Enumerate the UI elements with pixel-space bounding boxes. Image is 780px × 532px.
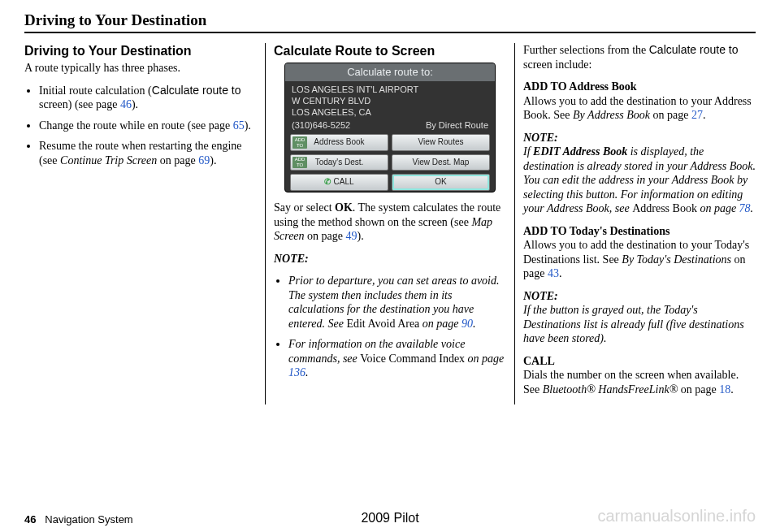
text: on page	[650, 109, 691, 121]
screen-line: LOS ANGELES INT'L AIRPORT	[292, 84, 488, 96]
bold-term: OK	[335, 201, 353, 214]
note-block-1: NOTE: If EDIT Address Book is displayed,…	[523, 131, 756, 216]
text: ).	[358, 230, 364, 242]
text: .	[559, 267, 562, 279]
mid-paragraph-1: Say or select OK. The system calculates …	[274, 201, 506, 244]
italic-term: Bluetooth® HandsFreeLink®	[543, 383, 678, 396]
screen-button-row-1: ADD TOAddress Book View Routes	[285, 132, 495, 153]
view-routes-button: View Routes	[392, 134, 490, 151]
section-add-today-dest: ADD TO Today's Destinations Allows you t…	[523, 224, 756, 281]
italic-term: By Today's Destinations	[622, 253, 731, 266]
screen-button-row-2: ADD TOToday's Dest. View Dest. Map	[285, 153, 495, 173]
left-bullet-3: Resume the route when restarting the eng…	[39, 139, 257, 167]
tag-icon: ADD TO	[292, 157, 307, 169]
text: ).	[210, 154, 216, 167]
right-intro: Further selections from the Calculate ro…	[523, 43, 756, 71]
section-call: CALL Dials the number on the screen when…	[523, 354, 756, 397]
page-link[interactable]: 46	[120, 98, 132, 110]
text: Further selections from the	[523, 44, 649, 56]
ui-term: Calculate route to	[152, 84, 241, 97]
text: on page	[697, 202, 739, 214]
add-today-dest-button: ADD TOToday's Dest.	[290, 154, 388, 171]
subsection-title: ADD TO Address Book	[523, 80, 637, 93]
nav-screenshot: Calculate route to: LOS ANGELES INT'L AI…	[284, 63, 496, 192]
content-columns: Driving to Your Destination A route typi…	[24, 43, 756, 404]
text: screen) (see page	[39, 98, 120, 110]
text: .	[730, 383, 734, 396]
note-label: NOTE:	[523, 290, 558, 302]
left-column: Driving to Your Destination A route typi…	[24, 43, 266, 404]
model-year: 2009 Pilot	[361, 511, 418, 526]
button-label: Today's Dest.	[315, 158, 364, 168]
text: .	[703, 109, 706, 121]
left-section-title: Driving to Your Destination	[24, 43, 257, 59]
text: Initial route calculation (	[39, 84, 152, 97]
page-footer: 46 Navigation System 2009 Pilot carmanua…	[24, 507, 756, 526]
screen-title-bar: Calculate route to:	[285, 63, 495, 81]
text: .	[751, 202, 754, 214]
subsection-title: ADD TO Today's Destinations	[523, 225, 670, 237]
text: .	[306, 366, 309, 378]
text: Say or select	[274, 201, 335, 214]
text: on page	[419, 318, 462, 330]
page-link[interactable]: 43	[548, 267, 559, 279]
page-number-section: 46 Navigation System	[24, 513, 133, 526]
plain-term: Address Book	[632, 202, 697, 214]
page-link[interactable]: 90	[462, 318, 473, 330]
tag-icon: ADD TO	[292, 136, 307, 149]
screen-phone: (310)646-5252	[292, 120, 350, 132]
left-bullet-2: Change the route while en route (see pag…	[39, 119, 257, 133]
right-column: Further selections from the Calculate ro…	[515, 43, 756, 404]
bold-term: EDIT Address Book	[533, 145, 627, 158]
watermark: carmanualsonline.info	[597, 507, 756, 526]
page-link[interactable]: 78	[739, 202, 751, 214]
plain-term: Voice Command Index	[360, 353, 465, 365]
note-block-2: NOTE: If the button is grayed out, the T…	[523, 289, 756, 346]
text: on page	[465, 353, 504, 365]
subsection-title: CALL	[523, 355, 555, 367]
page-number: 46	[24, 513, 36, 526]
view-dest-map-button: View Dest. Map	[392, 154, 490, 171]
section-add-address-book: ADD TO Address Book Allows you to add th…	[523, 80, 756, 123]
mid-note-1: Prior to departure, you can set areas to…	[288, 274, 506, 331]
italic-term: By Address Book	[573, 109, 650, 121]
text: on page	[678, 383, 719, 396]
left-bullets: Initial route calculation (Calculate rou…	[24, 84, 257, 168]
page-link[interactable]: 49	[346, 230, 358, 242]
page-link[interactable]: 136	[288, 366, 306, 378]
screen-phone-method: (310)646-5252 By Direct Route	[285, 120, 495, 133]
screen-line: W CENTURY BLVD	[292, 96, 488, 107]
plain-term: Edit Avoid Area	[346, 318, 419, 330]
mid-note-bullets: Prior to departure, you can set areas to…	[274, 274, 506, 380]
text: ).	[132, 98, 138, 110]
italic-term: Continue Trip Screen	[60, 154, 157, 167]
page-link[interactable]: 27	[691, 109, 703, 121]
left-intro: A route typically has three phases.	[24, 61, 257, 76]
screen-button-row-3: ✆CALL OK	[285, 172, 495, 192]
screen-address: LOS ANGELES INT'L AIRPORT W CENTURY BLVD…	[285, 81, 495, 119]
text: on page	[157, 154, 198, 167]
button-label: CALL	[333, 177, 353, 186]
add-address-book-button: ADD TOAddress Book	[290, 134, 388, 151]
note-label: NOTE:	[274, 252, 506, 266]
middle-column: Calculate Route to Screen Calculate rout…	[266, 43, 515, 404]
page-header: Driving to Your Destination	[24, 11, 756, 33]
text: on page	[305, 230, 346, 242]
text: ).	[245, 119, 251, 132]
section-name: Navigation System	[45, 513, 132, 526]
screen-line: LOS ANGELES, CA	[292, 107, 488, 119]
ui-term: Calculate route to	[649, 43, 739, 56]
ok-button: OK	[392, 174, 490, 191]
note-label: NOTE:	[523, 132, 558, 144]
text: If the button is grayed out, the Today's…	[523, 304, 744, 344]
left-bullet-1: Initial route calculation (Calculate rou…	[39, 84, 257, 112]
screen-method: By Direct Route	[426, 120, 488, 132]
text: screen include:	[523, 58, 592, 71]
page-link[interactable]: 69	[198, 154, 210, 167]
text: Change the route while en route (see pag…	[39, 119, 233, 132]
text: If	[523, 145, 533, 158]
page-link[interactable]: 18	[719, 383, 730, 396]
mid-note-2: For information on the available voice c…	[288, 337, 506, 380]
page-link[interactable]: 65	[233, 119, 245, 132]
text: .	[473, 318, 476, 330]
